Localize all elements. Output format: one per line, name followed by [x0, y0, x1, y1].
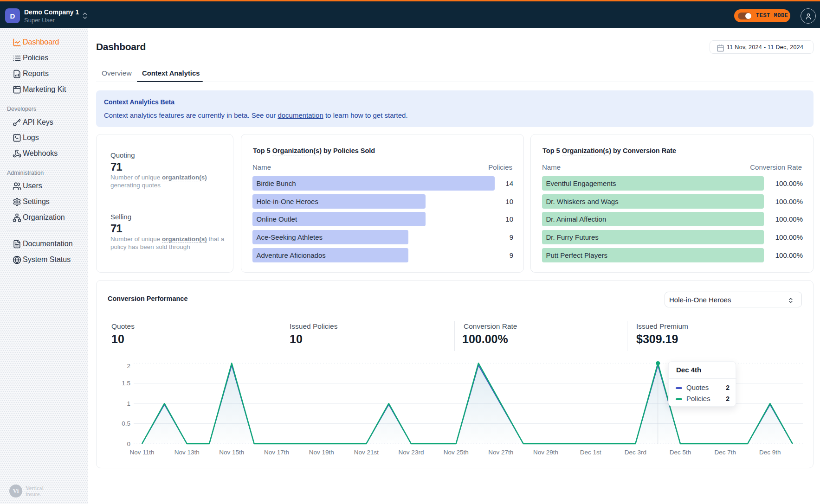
svg-text:Nov 27th: Nov 27th — [488, 449, 513, 456]
svg-text:0.5: 0.5 — [122, 420, 130, 427]
svg-text:Nov 13th: Nov 13th — [174, 449, 200, 456]
svg-text:Nov 23rd: Nov 23rd — [399, 449, 424, 456]
svg-text:Dec 7th: Dec 7th — [714, 449, 736, 456]
svg-text:0: 0 — [127, 440, 130, 447]
svg-text:Nov 25th: Nov 25th — [444, 449, 469, 456]
svg-text:Nov 19th: Nov 19th — [309, 449, 334, 456]
svg-text:Dec 9th: Dec 9th — [759, 449, 781, 456]
svg-text:Dec 5th: Dec 5th — [670, 449, 691, 456]
svg-text:Nov 21st: Nov 21st — [354, 449, 379, 456]
svg-text:1.5: 1.5 — [122, 380, 130, 387]
svg-text:Dec 1st: Dec 1st — [580, 449, 601, 456]
svg-text:Dec 3rd: Dec 3rd — [625, 449, 646, 456]
svg-text:Nov 17th: Nov 17th — [264, 449, 289, 456]
svg-text:Nov 15th: Nov 15th — [219, 449, 244, 456]
svg-text:Nov 11th: Nov 11th — [129, 449, 154, 456]
svg-text:1: 1 — [127, 400, 130, 407]
svg-text:2: 2 — [127, 363, 130, 370]
svg-text:Nov 29th: Nov 29th — [533, 449, 558, 456]
